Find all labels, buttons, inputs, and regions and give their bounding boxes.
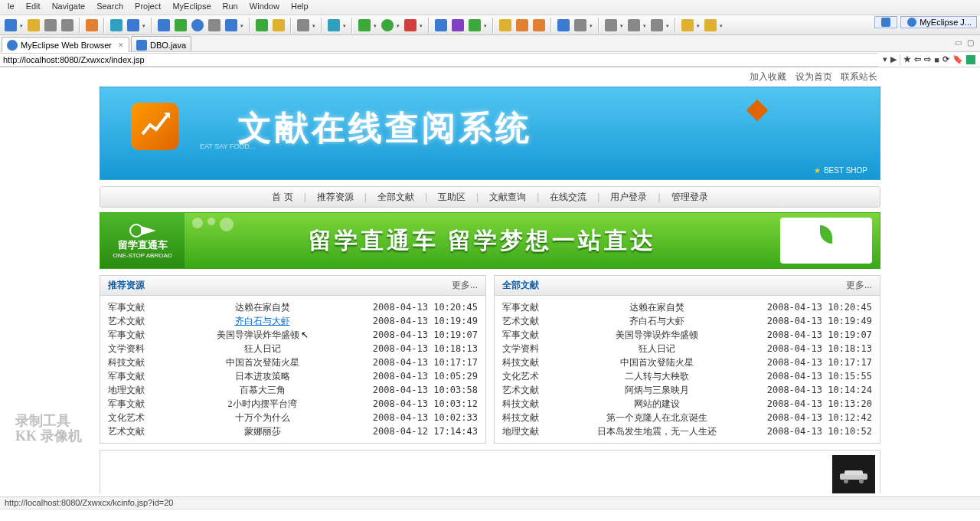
new-icon[interactable] [5,19,17,31]
dropdown[interactable] [312,21,317,29]
bookmark-icon[interactable]: 🔖 [952,54,963,64]
server-icon[interactable] [175,19,187,31]
more-link[interactable]: 更多... [452,279,478,292]
tab-dbo-java[interactable]: DBO.java [131,36,191,51]
nav-all[interactable]: 全部文献 [367,191,425,204]
url-dropdown[interactable]: ▾ [883,54,887,64]
item-link[interactable]: 齐白石与大虾 [235,316,290,326]
item-link[interactable]: 百慕大三角 [240,385,286,395]
item-link[interactable]: 日本岛发生地震，无一人生还 [597,426,717,437]
save-all-icon[interactable] [44,19,57,31]
new-dropdown[interactable] [20,21,24,29]
favorite-icon[interactable]: ★ [903,54,911,64]
save-icon[interactable] [28,19,40,31]
dropdown[interactable] [643,21,648,29]
menu-navigate[interactable]: Navigate [47,2,90,11]
item-link[interactable]: 狂人日记 [639,343,675,354]
tool-icon[interactable] [574,19,586,31]
tool-icon[interactable] [499,19,511,31]
print-icon[interactable] [61,19,74,31]
nav-help[interactable]: 互助区 [427,191,476,204]
tool-icon[interactable] [516,19,528,31]
menu-edit[interactable]: Edit [21,2,45,11]
link-contact[interactable]: 联系站长 [841,71,877,82]
tool-icon[interactable] [557,19,570,31]
menu-run[interactable]: Run [218,2,243,11]
item-link[interactable]: 美国导弹误炸华盛顿 [616,329,698,340]
back-icon[interactable]: ⇦ [914,54,921,64]
item-link[interactable]: 第一个克隆人在北京诞生 [606,412,707,423]
item-link[interactable]: 2小时内摆平台湾 [228,398,297,409]
tool-icon[interactable] [225,19,237,31]
menu-file[interactable]: le [3,2,19,11]
dropdown[interactable] [374,21,378,29]
item-link[interactable]: 中国首次登陆火星 [620,357,694,368]
nav-home[interactable]: 首 页 [261,191,303,204]
item-link[interactable]: 齐白石与大虾 [629,316,684,326]
nav-admin-login[interactable]: 管理登录 [661,191,719,204]
menu-project[interactable]: Project [130,2,165,11]
forward-icon[interactable]: ⇨ [924,54,931,64]
dropdown[interactable] [484,21,488,29]
dropdown[interactable] [720,21,724,29]
tool-icon[interactable] [628,19,640,31]
item-link[interactable]: 日本进攻策略 [235,371,290,382]
deploy-icon[interactable] [158,19,170,31]
item-link[interactable]: 达赖在家自焚 [235,302,290,313]
tool-icon[interactable] [533,19,545,31]
dropdown[interactable] [666,21,671,29]
open-type-icon[interactable] [86,19,98,31]
tool-icon[interactable] [328,19,340,31]
tool-icon[interactable] [110,19,122,31]
item-link[interactable]: 阿炳与三泉映月 [625,385,689,395]
open-perspective-button[interactable] [874,16,897,28]
menu-myeclipse[interactable]: MyEclipse [168,2,215,11]
go-icon[interactable]: ▶ [890,54,897,64]
item-link[interactable]: 达赖在家自焚 [629,302,684,313]
dropdown[interactable] [397,21,401,29]
item-link[interactable]: 狂人日记 [244,343,281,354]
ad-banner[interactable]: 留学直通车 ONE-STOP ABROAD 留学直通车 留学梦想一站直达 [100,212,880,269]
item-link[interactable]: 蒙娜丽莎 [244,426,281,437]
tab-browser[interactable]: MyEclipse Web Browser ✕ [2,37,129,52]
close-icon[interactable]: ✕ [118,41,124,49]
tool-icon[interactable] [651,19,663,31]
editor-controls[interactable]: ▭ ▢ [955,38,975,47]
back-icon[interactable] [681,19,694,31]
tool-icon[interactable] [605,19,617,31]
tool-icon[interactable] [127,19,139,31]
camera-icon[interactable] [297,19,309,31]
menu-help[interactable]: Help [286,2,313,11]
nav-community[interactable]: 在线交流 [539,191,597,204]
dropdown[interactable] [343,21,348,29]
tool-icon[interactable] [191,19,204,31]
sponsor-image[interactable] [832,455,875,493]
refresh-icon[interactable]: ⟳ [942,54,949,64]
item-link[interactable]: 二人转与大秧歌 [625,371,689,382]
nav-user-login[interactable]: 用户登录 [599,191,658,204]
item-link[interactable]: 网站的建设 [634,398,680,409]
url-input[interactable] [0,53,878,67]
dropdown[interactable] [240,21,245,29]
stop-icon[interactable]: ■ [934,55,939,64]
nav-recommended[interactable]: 推荐资源 [306,191,364,204]
link-favorite[interactable]: 加入收藏 [750,71,786,82]
item-link[interactable]: 中国首次登陆火星 [226,357,299,368]
tool-icon[interactable] [452,19,464,31]
myeclipse-perspective-button[interactable]: MyEclipse J... [900,16,977,28]
link-homepage[interactable]: 设为首页 [795,71,832,82]
nav-search[interactable]: 文献查询 [479,191,537,204]
external-tools-icon[interactable] [404,19,416,31]
item-link[interactable]: 美国导弹误炸华盛顿 [217,329,299,340]
debug-icon[interactable] [358,19,371,31]
dropdown[interactable] [697,21,701,29]
forward-icon[interactable] [704,19,717,31]
tool-icon[interactable] [208,19,220,31]
menu-window[interactable]: Window [245,2,284,11]
dropdown[interactable] [620,21,625,29]
run-icon[interactable] [381,19,394,31]
tool-icon[interactable] [435,19,447,31]
dropdown[interactable] [420,21,424,29]
dropdown[interactable] [590,21,594,29]
tool-icon[interactable] [256,19,268,31]
